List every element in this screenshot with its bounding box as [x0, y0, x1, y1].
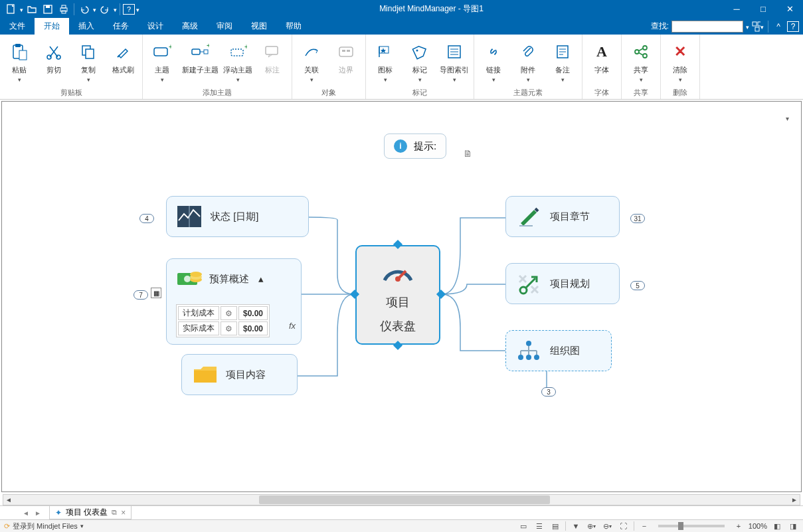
help-dropdown-icon[interactable]: ?	[123, 4, 135, 15]
svg-point-13	[56, 55, 60, 59]
paste-button[interactable]: 粘贴▾	[4, 39, 35, 85]
taskpane-icon[interactable]: ◧	[771, 521, 783, 531]
horizontal-scrollbar[interactable]: ◄ ►	[3, 494, 800, 505]
relationship-button[interactable]: 关联▾	[296, 39, 327, 85]
menu-design[interactable]: 设计	[138, 18, 173, 35]
menu-advanced[interactable]: 高级	[173, 18, 207, 35]
planning-count-badge[interactable]: 5	[630, 281, 645, 290]
chapter-label: 项目章节	[550, 211, 590, 223]
index-button[interactable]: 导图索引▾	[439, 39, 470, 85]
tag-button[interactable]: 标记▾	[404, 39, 435, 85]
font-button[interactable]: A字体	[586, 39, 617, 85]
new-doc-icon[interactable]	[4, 2, 19, 17]
central-node[interactable]: 项目 仪表盘	[355, 245, 440, 345]
view-outline-icon[interactable]: ☰	[533, 521, 545, 531]
scroll-right-icon[interactable]: ►	[789, 495, 800, 505]
budget-count-badge[interactable]: 7	[134, 290, 148, 300]
view-map-icon[interactable]: ▭	[517, 521, 529, 531]
view-gantt-icon[interactable]: ▤	[549, 521, 561, 531]
chapter-count-badge[interactable]: 31	[630, 214, 645, 223]
zoom-slider[interactable]	[658, 525, 725, 527]
redo-icon[interactable]	[98, 2, 112, 17]
menu-start[interactable]: 开始	[35, 18, 69, 35]
zoom-out-icon[interactable]: −	[638, 521, 650, 531]
close-button[interactable]: ✕	[776, 0, 803, 18]
dropdown-icon[interactable]: ▾	[93, 7, 96, 13]
canvas-workspace[interactable]: i 提示: 🗎 项目 仪表盘 状态 [日期] 4 预算概述 ▴ 计划成本	[1, 101, 802, 492]
login-label[interactable]: 登录到 Mindjet Files	[13, 521, 78, 531]
hint-node[interactable]: i 提示:	[384, 133, 446, 159]
floating-topic-button[interactable]: +浮动主题▾	[223, 39, 253, 85]
fx-label[interactable]: fx	[289, 321, 296, 331]
maximize-button[interactable]: □	[750, 0, 776, 18]
icon-button[interactable]: 图标▾	[370, 39, 401, 85]
menu-task[interactable]: 任务	[104, 18, 138, 35]
dropdown-icon[interactable]: ▾	[20, 7, 23, 13]
tab-close-icon[interactable]: ×	[121, 508, 126, 517]
ribbon-group-font: A字体 字体	[582, 35, 622, 99]
status-count-badge[interactable]: 4	[139, 214, 154, 223]
copy-button[interactable]: 复制▾	[73, 39, 104, 85]
search-input[interactable]	[671, 21, 743, 33]
clear-button[interactable]: ✕清除▾	[665, 39, 695, 85]
filter-icon[interactable]: ▼	[570, 521, 582, 531]
callout-icon	[262, 41, 283, 62]
content-node[interactable]: 项目内容	[181, 354, 298, 395]
attachment-button[interactable]: 附件▾	[513, 39, 543, 85]
format-painter-button[interactable]: 格式刷	[108, 39, 138, 85]
gear-icon[interactable]: ⚙	[221, 306, 237, 320]
collapse-icon[interactable]: ⊖▾	[602, 521, 614, 531]
subtopic-button[interactable]: +新建子主题	[181, 39, 219, 85]
share-button[interactable]: 共享▾	[626, 39, 656, 85]
budget-node[interactable]: 预算概述 ▴ 计划成本⚙$0.00 实际成本⚙$0.00	[166, 258, 302, 345]
paperclip-icon	[517, 41, 539, 62]
menu-review[interactable]: 审阅	[207, 18, 242, 35]
cut-button[interactable]: 剪切	[39, 39, 69, 85]
scroll-left-icon[interactable]: ◄	[3, 495, 14, 505]
dropdown-icon[interactable]: ▾	[746, 24, 749, 31]
collapse-icon[interactable]: ▴	[258, 273, 264, 285]
tab-popout-icon[interactable]: ⧉	[112, 508, 117, 517]
org-count-badge[interactable]: 3	[541, 387, 556, 397]
zoom-level[interactable]: 100%	[749, 522, 767, 530]
undo-icon[interactable]	[77, 2, 92, 17]
help-icon[interactable]: ?	[787, 21, 799, 32]
svg-text:+: +	[207, 44, 209, 49]
chapter-node[interactable]: 项目章节	[505, 196, 620, 237]
expand-icon[interactable]: ⊕▾	[586, 521, 598, 531]
tab-next-icon[interactable]: ►	[32, 507, 44, 519]
tab-prev-icon[interactable]: ◄	[20, 507, 32, 519]
notes-button[interactable]: 备注▾	[547, 39, 578, 85]
ribbon-group-elements: 链接▾ 附件▾ 备注▾ 主题元素	[474, 35, 582, 99]
org-node[interactable]: 组织图	[505, 330, 612, 371]
paste-icon	[9, 41, 30, 62]
link-button[interactable]: 链接▾	[478, 39, 509, 85]
document-tab[interactable]: ✦ 项目 仪表盘 ⧉ ×	[49, 506, 132, 519]
content-label: 项目内容	[226, 369, 266, 381]
topic-button[interactable]: +主题▾	[147, 39, 177, 85]
menu-help[interactable]: 帮助	[276, 18, 311, 35]
menu-file[interactable]: 文件	[0, 18, 35, 35]
money-icon	[176, 266, 203, 292]
dropdown-icon[interactable]: ▾	[80, 523, 84, 529]
fit-icon[interactable]: ⛶	[618, 521, 630, 531]
dropdown-icon[interactable]: ▾	[114, 7, 117, 13]
note-indicator-icon[interactable]: 🗎	[463, 148, 472, 159]
menu-insert[interactable]: 插入	[69, 18, 104, 35]
zoom-in-icon[interactable]: +	[733, 521, 745, 531]
info-icon: i	[394, 139, 407, 153]
planning-node[interactable]: 项目规划	[505, 263, 620, 304]
gear-icon[interactable]: ⚙	[221, 321, 237, 335]
minimize-button[interactable]: ─	[723, 0, 750, 18]
structure-icon[interactable]: ▾	[752, 21, 764, 33]
open-icon[interactable]	[25, 2, 39, 17]
menu-view[interactable]: 视图	[242, 18, 276, 35]
scroll-thumb[interactable]	[259, 495, 550, 504]
svg-point-69	[534, 355, 539, 360]
spreadsheet-icon[interactable]: ▦	[151, 288, 161, 298]
taskpane2-icon[interactable]: ◨	[787, 521, 799, 531]
save-icon[interactable]	[41, 2, 55, 17]
print-icon[interactable]	[56, 2, 71, 17]
collapse-ribbon-icon[interactable]: ^	[772, 21, 784, 33]
status-node[interactable]: 状态 [日期]	[166, 196, 309, 237]
